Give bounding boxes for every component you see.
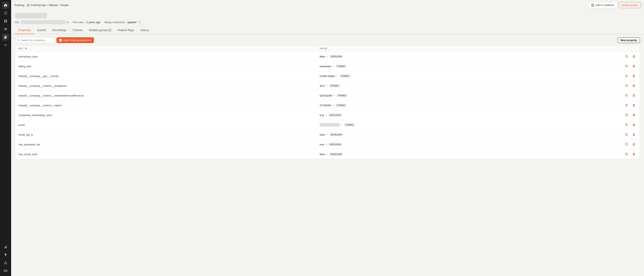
- svg-rect-36: [626, 105, 628, 106]
- sidebar-icon-signal[interactable]: [2, 42, 9, 49]
- table-row: anonymize_datafalse✏BOOLEAN: [15, 52, 640, 61]
- copy-property-button[interactable]: [624, 142, 630, 147]
- delete-property-button[interactable]: [631, 151, 637, 157]
- delete-property-button[interactable]: [631, 132, 637, 137]
- delete-property-button[interactable]: [631, 102, 637, 108]
- type-badge: STRING: [336, 65, 347, 68]
- prop-actions: [621, 73, 637, 79]
- breadcrumb-posthog[interactable]: PostHog: [14, 4, 24, 7]
- sidebar-icon-chart[interactable]: [2, 243, 9, 250]
- copy-property-button[interactable]: [624, 63, 630, 69]
- prop-value: false: [320, 153, 325, 156]
- tab-events[interactable]: Events: [34, 27, 49, 34]
- edit-property-icon[interactable]: ✏: [326, 133, 328, 136]
- tab-feature-flags[interactable]: Feature flags: [114, 27, 137, 34]
- copy-property-button[interactable]: [624, 102, 630, 108]
- prop-actions: [621, 93, 637, 98]
- breadcrumb-app[interactable]: 🏠 PostHog App + Website: [27, 4, 58, 7]
- delete-property-button[interactable]: [631, 54, 637, 59]
- svg-point-18: [4, 270, 5, 270]
- delete-property-button[interactable]: [631, 142, 637, 147]
- prop-actions: [621, 122, 637, 128]
- merge-info-icon[interactable]: ⓘ: [138, 20, 141, 24]
- copy-property-button[interactable]: [624, 83, 630, 89]
- edit-property-icon[interactable]: ✏: [336, 75, 338, 77]
- sidebar-icon-home[interactable]: [2, 2, 9, 9]
- edit-property-icon[interactable]: ✏: [326, 153, 328, 156]
- svg-rect-6: [4, 29, 7, 29]
- type-badge: BOOLEAN: [329, 153, 343, 156]
- prop-actions: [621, 63, 637, 69]
- sidebar-icon-people[interactable]: [2, 34, 9, 41]
- copy-property-button[interactable]: [624, 93, 630, 98]
- prop-value-cell: true✏BOOLEAN: [320, 113, 621, 117]
- delete-property-button[interactable]: [631, 83, 637, 89]
- table-row: clearbit__company__metrics__estimatedAnn…: [15, 91, 640, 100]
- delete-property-button[interactable]: [631, 93, 637, 98]
- sidebar-icon-activity[interactable]: [2, 10, 9, 17]
- svg-rect-13: [6, 246, 7, 248]
- svg-rect-37: [633, 105, 635, 106]
- svg-rect-32: [626, 85, 628, 87]
- copy-ids-icon[interactable]: ⧉: [67, 21, 69, 24]
- hide-posthog-properties-button[interactable]: Hide PostHog properties: [56, 37, 94, 43]
- edit-property-icon[interactable]: ✏: [332, 104, 334, 107]
- delete-person-button[interactable]: Delete person: [619, 2, 641, 8]
- table-row: email✏STRING: [15, 120, 640, 130]
- tab-properties[interactable]: Properties: [15, 27, 34, 34]
- first-seen-value: 2 years ago: [86, 21, 100, 24]
- breadcrumb-people[interactable]: People: [60, 4, 68, 7]
- edit-property-icon[interactable]: ✏: [326, 55, 328, 58]
- delete-property-button[interactable]: [631, 112, 637, 118]
- sidebar-icon-nodes[interactable]: [2, 267, 9, 274]
- copy-property-button[interactable]: [624, 122, 630, 128]
- svg-rect-31: [633, 75, 635, 77]
- edit-property-icon[interactable]: ✏: [333, 94, 335, 97]
- type-badge: STRING: [336, 104, 347, 107]
- ids-value: [21, 20, 65, 24]
- copy-property-button[interactable]: [624, 112, 630, 118]
- copy-property-button[interactable]: [624, 151, 630, 157]
- copy-property-button[interactable]: [624, 132, 630, 137]
- related-groups-info-icon: [108, 29, 111, 32]
- delete-property-button[interactable]: [631, 63, 637, 69]
- sidebar-icon-funnel[interactable]: [2, 251, 9, 258]
- type-badge: BOOLEAN: [329, 133, 343, 136]
- copy-property-button[interactable]: [624, 73, 630, 79]
- tab-related-groups[interactable]: Related groups: [86, 27, 114, 34]
- col-key-header: KEY ⇅: [18, 47, 320, 50]
- content-area: Hide PostHog properties New property KEY…: [11, 34, 644, 276]
- type-badge: BOOLEAN: [328, 113, 342, 117]
- edit-property-icon[interactable]: ✏: [325, 114, 327, 116]
- delete-property-button[interactable]: [631, 73, 637, 79]
- tab-cohorts[interactable]: Cohorts: [70, 27, 86, 34]
- tab-recordings[interactable]: Recordings: [49, 27, 70, 34]
- edit-property-icon[interactable]: ✏: [332, 65, 334, 68]
- svg-rect-46: [626, 154, 628, 155]
- sidebar-icon-list[interactable]: [2, 26, 9, 33]
- sidebar-icon-hierarchy[interactable]: [2, 259, 9, 266]
- tab-history[interactable]: History: [137, 27, 152, 34]
- sort-icon[interactable]: ⇅: [25, 47, 27, 50]
- prop-value-cell: false✏BOOLEAN: [320, 133, 621, 136]
- prop-key: billing_plan: [18, 65, 320, 68]
- svg-point-19: [6, 270, 7, 270]
- copy-property-button[interactable]: [624, 54, 630, 59]
- edit-property-icon[interactable]: ✏: [326, 84, 328, 87]
- svg-rect-43: [633, 134, 635, 135]
- sidebar-icon-data[interactable]: [2, 18, 9, 25]
- prop-actions: [621, 102, 637, 108]
- svg-rect-26: [626, 56, 628, 57]
- search-box[interactable]: [15, 37, 55, 43]
- add-to-notebook-button[interactable]: Add to notebook: [588, 2, 617, 8]
- sidebar: [0, 0, 11, 276]
- new-property-button[interactable]: New property: [618, 37, 640, 43]
- svg-point-8: [4, 36, 6, 37]
- search-input[interactable]: [21, 39, 53, 42]
- filter-check-icon: [59, 39, 62, 42]
- delete-property-button[interactable]: [631, 122, 637, 128]
- prop-value: 30.0: [320, 84, 324, 87]
- edit-property-icon[interactable]: ✏: [341, 123, 343, 126]
- edit-property-icon[interactable]: ✏: [325, 143, 327, 146]
- prop-value-cell: 30.0✏STRING: [320, 84, 621, 87]
